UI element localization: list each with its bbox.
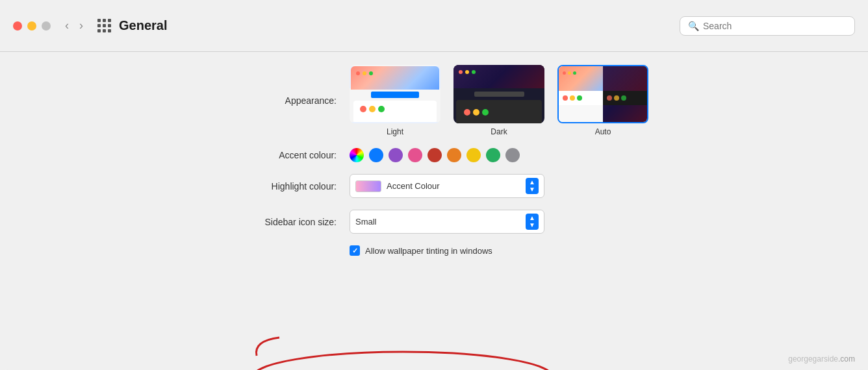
thumb-dot-green — [369, 71, 373, 75]
watermark-text-light: georgegarside — [788, 354, 838, 364]
dark-dot-green — [472, 70, 476, 74]
back-button[interactable]: ‹ — [61, 16, 73, 35]
watermark-text-bold: .com — [838, 354, 855, 364]
grid-dot — [103, 24, 106, 27]
appearance-auto-label: Auto — [595, 127, 611, 136]
nav-buttons: ‹ › — [61, 16, 87, 35]
sidebar-icon-size-dropdown[interactable]: Small ▲ ▼ — [350, 210, 544, 234]
accent-colour-row: Accent colour: — [207, 148, 661, 162]
wallpaper-tinting-checkbox[interactable]: ✓ — [350, 245, 360, 256]
highlight-colour-arrows: ▲ ▼ — [526, 178, 539, 194]
highlight-colour-row: Highlight colour: Accent Colour ▲ ▼ — [207, 174, 661, 198]
traffic-lights — [13, 21, 51, 31]
auto-light-half — [559, 66, 603, 122]
accent-colour-options — [350, 148, 520, 162]
svg-point-0 — [253, 352, 552, 370]
grid-dot — [103, 19, 106, 22]
grid-dot — [108, 19, 111, 22]
titlebar: ‹ › General 🔍 — [0, 0, 868, 52]
minimize-button[interactable] — [27, 21, 36, 31]
forward-button[interactable]: › — [75, 16, 87, 35]
grid-dot — [103, 29, 106, 32]
highlight-colour-swatch — [355, 180, 381, 192]
sidebar-icon-size-value: Small — [355, 217, 526, 227]
appearance-auto-thumbnail — [557, 65, 648, 123]
settings-section: Appearance: — [207, 65, 661, 256]
appearance-light-label: Light — [387, 127, 403, 136]
search-icon: 🔍 — [688, 21, 699, 31]
grid-dot — [97, 19, 101, 22]
system-preferences-window: ‹ › General 🔍 A — [0, 0, 868, 370]
maximize-button[interactable] — [42, 21, 51, 31]
accent-yellow[interactable] — [466, 148, 481, 162]
wallpaper-tinting-checkbox-wrapper[interactable]: ✓ Allow wallpaper tinting in windows — [350, 245, 492, 256]
appearance-label: Appearance: — [207, 95, 337, 106]
auto-dot-red — [563, 71, 566, 75]
search-bar[interactable]: 🔍 — [680, 16, 855, 36]
accent-pink[interactable] — [408, 148, 422, 162]
dark-dot-yellow — [465, 70, 469, 74]
highlight-colour-dropdown[interactable]: Accent Colour ▲ ▼ — [350, 174, 544, 198]
thumb-dot-red — [356, 71, 360, 75]
main-content: Appearance: — [0, 52, 868, 370]
watermark: georgegarside.com — [788, 354, 855, 364]
search-input[interactable] — [703, 21, 847, 31]
highlight-colour-label: Highlight colour: — [207, 181, 337, 191]
wallpaper-tinting-label: Allow wallpaper tinting in windows — [365, 246, 492, 256]
auto-dark-half — [603, 66, 647, 122]
accent-red[interactable] — [428, 148, 442, 162]
auto-dot-green — [573, 71, 576, 75]
grid-dot — [108, 29, 111, 32]
sidebar-icon-size-row: Sidebar icon size: Small ▲ ▼ — [207, 210, 661, 234]
accent-blue[interactable] — [369, 148, 383, 162]
appearance-dark-thumbnail — [453, 65, 544, 123]
accent-green[interactable] — [486, 148, 500, 162]
accent-colour-label: Accent colour: — [207, 150, 337, 160]
sidebar-icon-size-arrows: ▲ ▼ — [526, 214, 539, 230]
grid-dot — [97, 29, 101, 32]
auto-dot-yellow — [568, 71, 571, 75]
appearance-light-thumbnail — [350, 65, 440, 123]
appearance-options: Light — [350, 65, 648, 136]
appearance-light[interactable]: Light — [350, 65, 440, 136]
thumb-dot-yellow — [363, 71, 366, 75]
appearance-auto[interactable]: Auto — [557, 65, 648, 136]
accent-multicolor[interactable] — [350, 148, 364, 162]
dark-dot-red — [459, 70, 463, 74]
appearance-row: Appearance: — [207, 65, 661, 136]
highlight-colour-value: Accent Colour — [387, 181, 526, 191]
wallpaper-tinting-row: ✓ Allow wallpaper tinting in windows — [207, 245, 661, 256]
accent-graphite[interactable] — [505, 148, 520, 162]
close-button[interactable] — [13, 21, 22, 31]
appearance-dark-label: Dark — [491, 127, 507, 136]
sidebar-icon-size-label: Sidebar icon size: — [207, 217, 337, 227]
grid-dot — [97, 24, 101, 27]
appearance-dark[interactable]: Dark — [453, 65, 544, 136]
window-title: General — [119, 18, 680, 33]
accent-purple[interactable] — [389, 148, 403, 162]
grid-dot — [108, 24, 111, 27]
accent-orange[interactable] — [447, 148, 461, 162]
grid-icon[interactable] — [97, 19, 111, 32]
